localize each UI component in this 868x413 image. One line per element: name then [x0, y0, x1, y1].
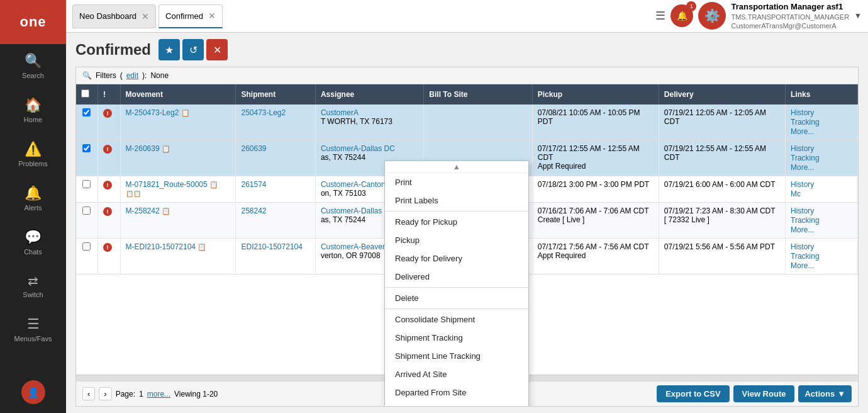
shipment-link[interactable]: 258242	[241, 206, 266, 215]
export-csv-button[interactable]: Export to CSV	[657, 385, 729, 402]
row-link-more...[interactable]: More...	[791, 225, 852, 234]
row-link-history[interactable]: History	[791, 108, 852, 117]
shipment-link[interactable]: EDI210-15072104	[241, 242, 302, 251]
context-menu: ▲ PrintPrint LabelsReady for PickupPicku…	[384, 161, 529, 407]
pickup-cell: 07/17/21 12:55 AM - 12:55 AM CDTAppt Req…	[532, 140, 659, 176]
context-menu-item-shipment-tracking[interactable]: Shipment Tracking	[385, 329, 528, 347]
shipment-link[interactable]: 260639	[241, 144, 266, 153]
row-link-tracking[interactable]: Tracking	[791, 154, 852, 162]
next-page-button[interactable]: ›	[99, 387, 111, 400]
sidebar-item-alerts[interactable]: 🔔 Alerts	[0, 176, 66, 220]
row-link-more...[interactable]: More...	[791, 163, 852, 172]
row-link-history[interactable]: History	[791, 180, 852, 189]
more-pages-link[interactable]: more...	[147, 390, 170, 399]
shipment-cell: 250473-Leg2	[236, 105, 315, 140]
movement-link[interactable]: M-260639	[126, 144, 160, 153]
col-billto: Bill To Site	[424, 84, 532, 105]
delivery-cell: 07/19/21 7:23 AM - 8:30 AM CDT[ 72332 Li…	[659, 203, 785, 239]
row-link-more...[interactable]: More...	[791, 261, 852, 270]
row-link-tracking[interactable]: Tracking	[791, 118, 852, 127]
row-checkbox[interactable]	[82, 108, 91, 116]
warning-icon: ⚠️	[25, 141, 42, 157]
sidebar-item-chats[interactable]: 💬 Chats	[0, 220, 66, 264]
movement-cell: M-258242 📋	[120, 203, 236, 239]
user-avatar: ⚙️	[698, 2, 726, 30]
filters-edit-link[interactable]: edit	[126, 71, 138, 80]
close-page-button[interactable]: ✕	[206, 39, 228, 60]
context-menu-item-print[interactable]: Print	[385, 173, 528, 191]
movement-link[interactable]: M-258242	[126, 206, 160, 215]
actions-button[interactable]: Actions ▼	[798, 385, 852, 402]
prev-page-button[interactable]: ‹	[82, 387, 95, 400]
context-menu-item-delivered[interactable]: Delivered	[385, 268, 528, 286]
shipment-link[interactable]: 250473-Leg2	[241, 108, 286, 117]
delivery-time: 07/19/21 5:56 AM - 5:56 AM PDT	[664, 242, 775, 251]
row-checkbox[interactable]	[82, 242, 91, 251]
row-link-tracking[interactable]: Tracking	[791, 216, 852, 225]
row-link-more...[interactable]: More...	[791, 127, 852, 136]
row-link-history[interactable]: History	[791, 206, 852, 215]
context-menu-item-delete[interactable]: Delete	[385, 289, 528, 307]
movement-cell: M-260639 📋	[120, 140, 236, 176]
switch-icon: ⇄	[28, 273, 38, 288]
delivery-cell: 07/19/21 12:05 AM - 12:05 AM CDT	[659, 105, 785, 140]
movement-link[interactable]: M-250473-Leg2	[126, 108, 179, 117]
close-neo-dashboard-icon[interactable]: ✕	[142, 11, 149, 21]
sidebar-item-avatar[interactable]: 👤	[0, 371, 66, 413]
row-checkbox[interactable]	[82, 206, 91, 215]
sidebar-item-switch[interactable]: ⇄ Switch	[0, 264, 66, 307]
row-link-history[interactable]: History	[791, 242, 852, 251]
menu-icon: ☰	[27, 316, 40, 332]
user-dropdown-arrow[interactable]: ▼	[854, 11, 862, 20]
shipment-cell: EDI210-15072104	[236, 239, 315, 274]
movement-link[interactable]: M-EDI210-15072104	[126, 242, 196, 251]
sidebar-item-search[interactable]: 🔍 Search	[0, 44, 66, 88]
context-menu-scroll-up[interactable]: ▲	[385, 161, 528, 173]
star-button[interactable]: ★	[159, 39, 180, 60]
context-menu-item-consolidate[interactable]: Consolidate Shipment	[385, 310, 528, 329]
pickup-time: 07/17/21 12:55 AM - 12:55 AM CDT	[538, 144, 640, 162]
sidebar-item-home[interactable]: 🏠 Home	[0, 88, 66, 132]
app-logo[interactable]: one	[0, 0, 66, 44]
row-link-mc[interactable]: Mc	[791, 190, 852, 198]
col-delivery: Delivery	[659, 84, 785, 105]
context-menu-item-arrived-at-site[interactable]: Arrived At Site	[385, 365, 528, 383]
context-menu-item-print-labels[interactable]: Print Labels	[385, 191, 528, 210]
tab-neo-dashboard[interactable]: Neo Dashboard ✕	[72, 4, 156, 28]
context-menu-item-departed-from-site[interactable]: Departed From Site	[385, 383, 528, 402]
movement-icon: 📋	[209, 181, 218, 188]
assignee-cell: CustomerAT WORTH, TX 76173	[315, 105, 423, 140]
context-menu-item-ready-delivery[interactable]: Ready for Delivery	[385, 249, 528, 268]
context-menu-item-shipment-line-tracking[interactable]: Shipment Line Tracking	[385, 347, 528, 365]
chat-icon: 💬	[25, 229, 42, 246]
row-checkbox[interactable]	[82, 144, 91, 152]
assignee-address: verton, OR 97008	[321, 251, 381, 260]
pager: ‹ › Page: 1 more... Viewing 1-20	[82, 387, 218, 400]
movement-cell: M-071821_Route-50005 📋📋📋	[120, 176, 236, 203]
menu-button[interactable]: ☰	[655, 9, 665, 23]
refresh-button[interactable]: ↺	[182, 39, 204, 60]
shipment-cell: 260639	[236, 140, 315, 176]
row-link-history[interactable]: History	[791, 144, 852, 153]
sidebar-item-menusfavs[interactable]: ☰ Menus/Favs	[0, 307, 66, 351]
row-link-tracking[interactable]: Tracking	[791, 252, 852, 261]
close-confirmed-icon[interactable]: ✕	[208, 11, 216, 21]
context-menu-item-ready-pickup[interactable]: Ready for Pickup	[385, 213, 528, 231]
select-all-checkbox[interactable]	[81, 89, 89, 98]
context-menu-item-pickup[interactable]: Pickup	[385, 231, 528, 249]
sidebar-item-problems[interactable]: ⚠️ Problems	[0, 132, 66, 176]
tab-confirmed[interactable]: Confirmed ✕	[159, 4, 223, 28]
assignee-address: on, TX 75103	[321, 189, 366, 198]
movement-link[interactable]: M-071821_Route-50005	[126, 180, 208, 189]
home-icon: 🏠	[25, 97, 42, 113]
pickup-time: 07/17/21 7:56 AM - 7:56 AM CDT	[538, 242, 649, 251]
context-menu-item-shipment-history[interactable]: Shipment History	[385, 402, 528, 407]
assignee-address: as, TX 75244	[321, 153, 365, 162]
context-menu-divider	[385, 308, 528, 309]
assignee-link[interactable]: CustomerA	[321, 108, 359, 117]
view-route-button[interactable]: View Route	[733, 385, 795, 402]
table-row: !M-250473-Leg2 📋250473-Leg2CustomerAT WO…	[76, 105, 858, 140]
row-checkbox[interactable]	[82, 180, 91, 188]
assignee-link[interactable]: CustomerA-Dallas DC	[321, 144, 395, 153]
shipment-link[interactable]: 261574	[241, 180, 266, 189]
